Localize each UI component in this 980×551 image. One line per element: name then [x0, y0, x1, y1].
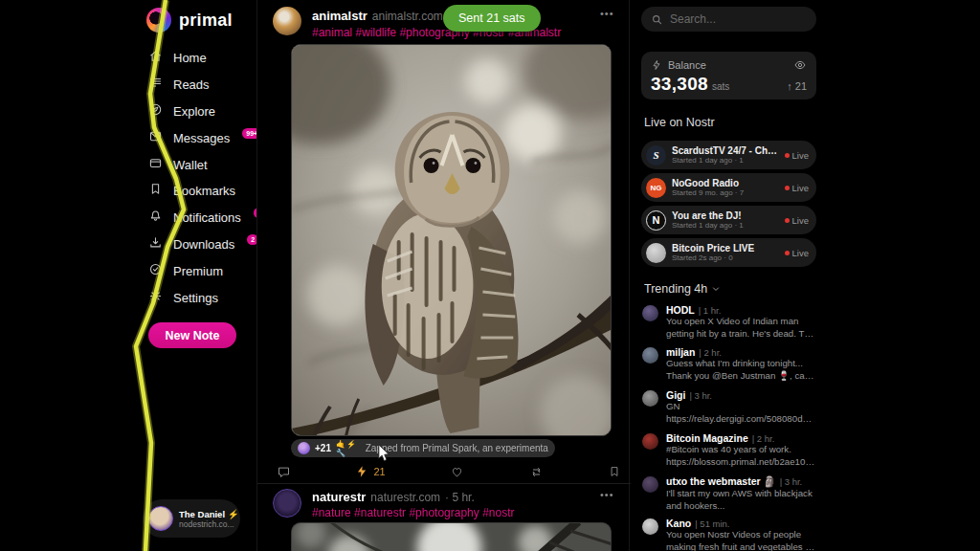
- post-author-row[interactable]: naturestr naturestr.com · 5 hr.: [312, 490, 475, 504]
- balance-unit: sats: [712, 81, 783, 92]
- stream-meta: Started 1 day ago · 1: [672, 156, 779, 165]
- trending-link[interactable]: https://blossom.primal.net/b2ae10b6a6a..…: [666, 456, 816, 469]
- author-name[interactable]: naturestr: [312, 490, 366, 504]
- compass-icon: [148, 102, 163, 121]
- trending-author: Gigi: [666, 389, 685, 401]
- avatar[interactable]: [273, 489, 301, 518]
- sidebar-item-settings[interactable]: Settings: [148, 284, 254, 311]
- trending-text: I'll start my own AWS with blackjack and…: [666, 488, 816, 513]
- trending-time: | 2 hr.: [752, 433, 775, 444]
- search-icon: [651, 13, 663, 26]
- author-domain: animalstr.com: [372, 10, 443, 23]
- avatar: [148, 506, 173, 531]
- trending-section-header[interactable]: Trending 4h: [644, 282, 721, 296]
- trending-text: You open Nostr Videos of people making f…: [666, 529, 816, 551]
- live-dot-icon: [785, 218, 790, 223]
- zap-message: Zapped from Primal Spark, an experimenta…: [366, 443, 548, 453]
- bell-icon: [148, 209, 163, 227]
- live-label: Live: [792, 183, 809, 193]
- trending-author: miljan: [666, 346, 695, 358]
- sidebar-item-downloads[interactable]: Downloads 2: [148, 231, 254, 258]
- account-switcher[interactable]: The Daniel ⚡ nodestrich.co...: [143, 499, 240, 538]
- zap-icon: [651, 59, 662, 71]
- post-time: · 5 hr.: [445, 491, 475, 504]
- comment-button[interactable]: [277, 465, 291, 479]
- gear-icon: [148, 289, 163, 307]
- new-note-button[interactable]: New Note: [148, 322, 236, 348]
- sidebar-item-messages[interactable]: Messages 99+: [148, 124, 254, 151]
- right-sidebar: Balance 33,308 sats ↑ 21 Live on Nostr S…: [636, 0, 823, 551]
- sidebar-item-home[interactable]: Home: [148, 45, 254, 72]
- messages-icon: [148, 129, 163, 147]
- repost-button[interactable]: [529, 465, 544, 479]
- trending-time: | 2 hr.: [699, 347, 722, 358]
- top-zap-pill[interactable]: +21 🤙⚡🔧 Zapped from Primal Spark, an exp…: [291, 439, 555, 457]
- zap-button[interactable]: 21: [355, 465, 385, 478]
- trending-entry[interactable]: Gigi| 3 hr. GN https://relay.dergigi.com…: [642, 389, 816, 426]
- zap-amount: +21: [315, 443, 331, 453]
- heart-icon: [450, 465, 464, 479]
- post-image-owl[interactable]: [291, 44, 612, 436]
- main-feed: animalstr animalstr.com · 5 hr. ••• #ani…: [256, 0, 630, 551]
- live-stream-card[interactable]: Bitcoin Price LIVE Started 2s ago · 0 Li…: [641, 238, 816, 267]
- sidebar-item-label: Explore: [173, 104, 215, 119]
- reads-icon: [148, 76, 163, 94]
- search-bar[interactable]: [641, 7, 816, 32]
- comment-icon: [277, 465, 291, 479]
- post-hashtags[interactable]: #nature #naturestr #photography #nostr: [312, 506, 614, 519]
- premium-seal-icon: [148, 262, 163, 280]
- live-stream-card[interactable]: N You are the DJ! Started 1 day ago · 1 …: [641, 206, 816, 234]
- sidebar-item-label: Settings: [173, 291, 218, 305]
- sidebar-item-label: Reads: [173, 77, 210, 92]
- sidebar-item-notifications[interactable]: Notifications 2: [148, 205, 254, 231]
- primal-app-window: primal Home Reads Explore Messages 99+ W…: [0, 0, 980, 551]
- like-button[interactable]: [450, 465, 464, 479]
- stream-name: ScardustTV 24/7 - Check...: [672, 145, 779, 156]
- sidebar-item-label: Messages: [173, 131, 230, 145]
- live-dot-icon: [785, 153, 790, 158]
- sidebar-item-label: Wallet: [173, 158, 208, 172]
- trending-entry[interactable]: miljan| 2 hr. Guess what I'm drinking to…: [642, 346, 816, 383]
- sidebar-nav: Home Reads Explore Messages 99+ Wallet B…: [148, 45, 254, 311]
- avatar: [642, 476, 658, 493]
- live-stream-card[interactable]: NG NoGood Radio Started 9 mo. ago · 7 Li…: [641, 173, 816, 202]
- live-section-title: Live on Nostr: [644, 116, 715, 129]
- post-image-forest[interactable]: [291, 522, 612, 551]
- app-title: primal: [179, 11, 233, 31]
- post-menu-icon[interactable]: •••: [600, 489, 614, 500]
- trending-text: GN: [666, 401, 816, 413]
- live-stream-card[interactable]: S ScardustTV 24/7 - Check... Started 1 d…: [641, 141, 816, 169]
- trending-entry[interactable]: Bitcoin Magazine| 2 hr. #Bitcoin was 40 …: [642, 432, 816, 469]
- author-name[interactable]: animalstr: [312, 9, 368, 23]
- avatar: [642, 305, 658, 321]
- trending-time: | 1 hr.: [699, 305, 722, 316]
- stream-meta: Started 2s ago · 0: [672, 253, 779, 262]
- chevron-down-icon: [711, 284, 721, 294]
- post-menu-icon[interactable]: •••: [600, 8, 614, 19]
- sidebar-item-bookmarks[interactable]: Bookmarks: [148, 178, 254, 205]
- search-input[interactable]: [670, 12, 794, 26]
- trending-entry[interactable]: utxo the webmaster 🗿| 3 hr. I'll start m…: [642, 475, 816, 513]
- sidebar-item-premium[interactable]: Premium: [148, 257, 254, 284]
- sidebar-item-explore[interactable]: Explore: [148, 99, 254, 125]
- avatar: [642, 518, 658, 535]
- eye-icon[interactable]: [793, 58, 807, 72]
- zap-emojis: 🤙⚡🔧: [336, 440, 361, 457]
- post-action-bar: 21: [277, 461, 621, 482]
- sidebar-item-reads[interactable]: Reads: [148, 72, 254, 99]
- primal-logo[interactable]: primal: [146, 8, 233, 33]
- wallet-icon: [148, 156, 163, 174]
- trending-entry[interactable]: HODL| 1 hr. You open X Video of Indian m…: [642, 304, 816, 341]
- trending-link[interactable]: https://relay.dergigi.com/508080dbcf32d.…: [666, 413, 816, 426]
- sidebar-item-label: Premium: [173, 264, 223, 278]
- bookmark-button[interactable]: [608, 465, 621, 478]
- wallet-balance-card[interactable]: Balance 33,308 sats ↑ 21: [641, 52, 816, 99]
- trending-time: | 51 min.: [695, 518, 729, 529]
- avatar[interactable]: [273, 7, 301, 35]
- trending-author: HODL: [666, 304, 695, 316]
- sidebar-item-wallet[interactable]: Wallet: [148, 151, 254, 178]
- trending-time: | 3 hr.: [780, 476, 803, 487]
- home-icon: [148, 49, 163, 67]
- user-handle: nodestrich.co...: [179, 519, 239, 529]
- trending-entry[interactable]: Kano| 51 min. You open Nostr Videos of p…: [642, 518, 816, 551]
